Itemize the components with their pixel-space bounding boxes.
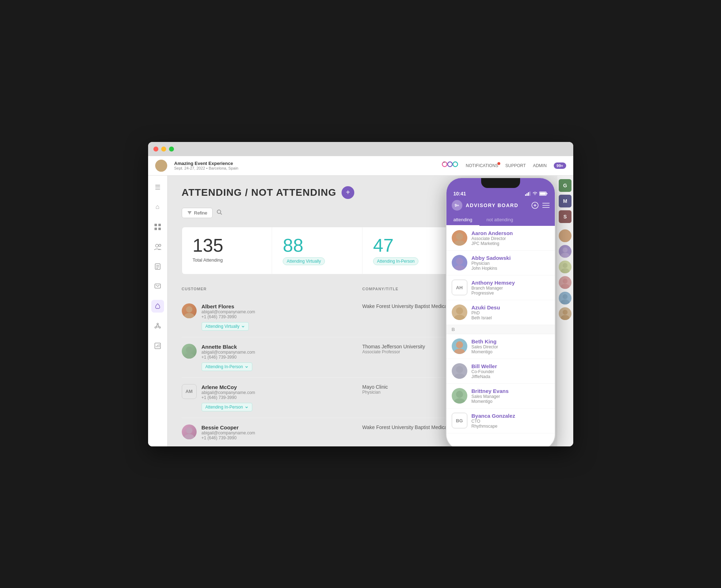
tab-attending[interactable]: attending (446, 214, 480, 226)
avatar (452, 338, 467, 354)
maximize-button[interactable] (169, 147, 174, 152)
customer-info: Albert Flores abigail@companyname.com +1… (182, 303, 362, 331)
battery-icon (539, 192, 548, 196)
customer-name: Bessie Cooper (202, 424, 255, 430)
stat-label-inperson: Attending In-Person (373, 257, 418, 265)
person-role: PhD (472, 310, 500, 315)
close-button[interactable] (153, 147, 158, 152)
person-org: Beth Israel (472, 315, 500, 320)
person-org: Progressive (472, 291, 515, 296)
stat-total-attending: 135 Total Attending (182, 227, 272, 274)
customer-email: abigail@companyname.com (202, 350, 255, 355)
right-photo-avatar-3 (559, 261, 571, 273)
svg-point-37 (184, 353, 194, 359)
phone-notch (481, 178, 520, 188)
logo-icon (441, 159, 459, 172)
sidebar-item-home[interactable]: ⌂ (151, 201, 164, 213)
svg-point-12 (159, 244, 161, 246)
add-circle-icon[interactable] (531, 201, 539, 209)
chevron-down-icon (241, 325, 245, 328)
customer-phone: +1 (646) 739-3990 (202, 435, 255, 440)
right-photo-avatar-2 (559, 245, 571, 258)
person-org: Rhythmscape (472, 424, 515, 429)
sidebar-item-messages[interactable] (151, 280, 164, 293)
section-divider: B (446, 325, 555, 334)
svg-point-38 (186, 427, 192, 434)
svg-point-71 (563, 279, 568, 284)
avatar (452, 388, 467, 404)
svg-point-56 (454, 265, 465, 270)
avatar-initials: BG (452, 413, 467, 428)
notifications-link[interactable]: NOTIFICATIONS (466, 163, 498, 168)
customer-details: Bessie Cooper abigail@companyname.com +1… (202, 424, 255, 440)
attendance-badge[interactable]: Attending In-Person (202, 403, 252, 411)
svg-point-32 (217, 210, 221, 213)
right-avatar-s: S (559, 210, 571, 223)
stat-label-total: Total Attending (193, 257, 261, 263)
search-button[interactable] (216, 209, 223, 217)
tab-not-attending[interactable]: not attending (479, 214, 520, 226)
attendance-badge[interactable]: Attending Virtually (202, 322, 249, 331)
svg-point-58 (454, 315, 465, 320)
avatar (182, 303, 197, 318)
svg-point-74 (561, 299, 569, 304)
person-role: CTO (472, 419, 515, 424)
svg-point-35 (184, 313, 194, 318)
filter-lines-icon[interactable] (542, 202, 550, 208)
person-info: Anthony Hemsey Branch Manager Progressiv… (472, 280, 515, 296)
person-info: Beth King Sales Director Momentigo (472, 338, 498, 354)
customer-details: Arlene McCoy abigail@companyname.com +1 … (202, 384, 255, 411)
sidebar-item-menu[interactable]: ☰ (151, 181, 164, 194)
avatar (182, 424, 197, 439)
svg-point-73 (563, 294, 568, 299)
stat-label-virtual: Attending Virtually (283, 257, 325, 265)
add-button[interactable]: + (342, 186, 354, 199)
avatar (452, 255, 467, 270)
phone-tabs: attending not attending (446, 214, 555, 226)
person-name: Anthony Hemsey (472, 280, 515, 286)
customer-info: Annette Black abigail@companyname.com +1… (182, 344, 362, 371)
refine-button[interactable]: Refine (182, 208, 213, 218)
list-item: BG Byanca Gonzalez CTO Rhythmscape (446, 409, 555, 433)
admin-link[interactable]: ADMIN (533, 163, 547, 168)
support-link[interactable]: SUPPORT (505, 163, 526, 168)
stat-number-inperson: 47 (373, 236, 442, 255)
svg-rect-7 (154, 224, 157, 226)
chevron-down-icon (245, 405, 248, 409)
sidebar-item-favorites[interactable] (151, 300, 164, 313)
svg-point-55 (456, 258, 463, 265)
svg-point-4 (453, 162, 457, 166)
user-avatar[interactable] (155, 160, 167, 172)
svg-point-53 (456, 233, 463, 240)
notification-dot (497, 162, 500, 165)
page-title: ATTENDING / NOT ATTENDING (182, 187, 337, 198)
sidebar-item-network[interactable] (151, 320, 164, 332)
list-item: Aaron Anderson Associate Director JPC Ma… (446, 226, 555, 251)
avatar (182, 344, 197, 359)
right-photo-avatar-1 (559, 229, 571, 242)
svg-point-69 (563, 263, 568, 268)
svg-point-67 (563, 247, 568, 252)
sidebar-item-contacts[interactable] (151, 240, 164, 253)
search-icon (216, 209, 223, 215)
phone-overlay: 10:41 (446, 177, 556, 446)
customer-phone: +1 (646) 739-3990 (202, 395, 255, 400)
person-name: Beth King (472, 338, 498, 344)
person-name: Bill Weller (472, 363, 497, 369)
stat-number-virtual: 88 (283, 236, 351, 255)
svg-point-20 (159, 327, 160, 328)
sidebar-item-grid[interactable] (151, 221, 164, 233)
person-role: Physician (472, 261, 511, 266)
nav-right: NOTIFICATIONS SUPPORT ADMIN 99+ (466, 162, 566, 169)
sidebar-item-reports[interactable] (151, 339, 164, 352)
notification-badge[interactable]: 99+ (554, 162, 566, 169)
attendance-badge[interactable]: Attending In-Person (202, 362, 252, 371)
svg-point-1 (157, 167, 165, 172)
svg-point-62 (454, 373, 465, 379)
person-info: Bill Weller Co-Founder JiffleNada (472, 363, 497, 379)
person-role: Sales Director (472, 344, 498, 349)
sidebar-item-forms[interactable] (151, 260, 164, 273)
chevron-down-icon (245, 365, 248, 369)
svg-rect-17 (155, 284, 160, 288)
minimize-button[interactable] (161, 147, 166, 152)
